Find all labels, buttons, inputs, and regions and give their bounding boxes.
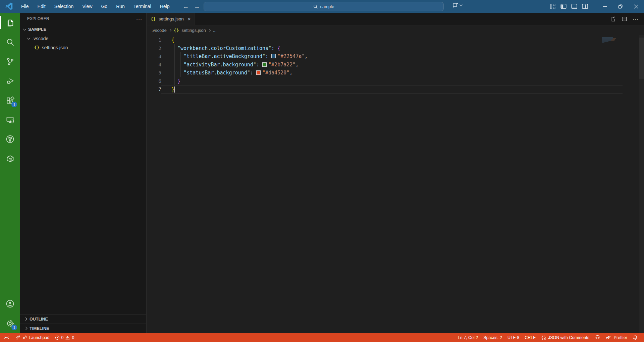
launchpad-status-item[interactable]: Launchpad <box>13 333 52 342</box>
customize-layout-icon[interactable] <box>550 3 556 9</box>
cursor-position-status[interactable]: Ln 7, Col 2 <box>455 333 481 342</box>
chevron-right-icon <box>208 29 211 31</box>
line-content: "titleBar.activeBackground": "#22547a", <box>161 52 623 61</box>
activitybar-search[interactable] <box>0 32 20 52</box>
rocket-icon <box>15 335 20 340</box>
outline-section[interactable]: OUTLINE <box>20 314 146 324</box>
color-swatch[interactable] <box>256 70 261 75</box>
open-settings-ui-icon[interactable] <box>610 16 616 22</box>
timeline-label: TIMELINE <box>30 326 49 331</box>
activitybar-git-graph[interactable] <box>0 129 20 149</box>
activitybar-remote-explorer[interactable] <box>0 110 20 129</box>
code-line-2[interactable]: 2 "workbench.colorCustomizations": { <box>147 44 644 53</box>
warnings-icon <box>65 335 70 340</box>
editor-scrollbar[interactable] <box>639 35 644 333</box>
menu-edit[interactable]: Edit <box>34 2 49 10</box>
menu-file[interactable]: File <box>17 2 33 10</box>
json-file-icon: {} <box>34 45 40 50</box>
folder-label: .vscode <box>32 36 48 41</box>
breadcrumb-folder[interactable]: .vscode <box>152 28 167 33</box>
account-icon <box>5 299 15 308</box>
tab-settings-json[interactable]: {} settings.json × <box>147 13 195 25</box>
activitybar-run-debug[interactable] <box>0 71 20 91</box>
toggle-primary-sidebar-icon[interactable] <box>560 3 567 9</box>
editor-more-actions[interactable]: ··· <box>633 16 639 22</box>
cube-icon <box>6 154 15 163</box>
activitybar-source-control[interactable] <box>0 52 20 71</box>
minimize-button[interactable] <box>597 0 612 13</box>
command-center-search[interactable]: sample <box>204 2 444 11</box>
color-swatch[interactable] <box>262 62 267 67</box>
tree-file-settings-json[interactable]: {} settings.json <box>20 43 146 52</box>
toggle-panel-icon[interactable] <box>571 3 577 9</box>
double-check-icon: ✔✔ <box>606 335 609 340</box>
activitybar-explorer[interactable] <box>0 13 20 32</box>
explorer-more-actions[interactable]: ··· <box>136 16 142 22</box>
code-editor[interactable]: 1{2 "workbench.colorCustomizations": {3 … <box>147 35 644 333</box>
tab-close-icon[interactable]: × <box>188 16 191 22</box>
line-number: 3 <box>147 52 161 61</box>
scrollbar-slider[interactable] <box>639 38 644 78</box>
encoding-status[interactable]: UTF-8 <box>505 333 522 342</box>
outline-label: OUTLINE <box>30 317 48 322</box>
tab-bar: {} settings.json × ··· <box>147 13 644 25</box>
close-window-button[interactable] <box>628 0 644 13</box>
tab-label: settings.json <box>159 16 184 21</box>
menu-go[interactable]: Go <box>97 2 111 10</box>
remote-indicator[interactable]: >< <box>0 333 13 342</box>
code-line-7[interactable]: 7} <box>147 85 644 94</box>
menu-run[interactable]: Run <box>112 2 128 10</box>
sidebar-title: EXPLORER <box>27 16 49 21</box>
navigate-forward-button[interactable]: → <box>194 3 200 10</box>
language-mode-status[interactable]: JSON with Comments <box>538 333 592 342</box>
breadcrumb[interactable]: .vscode {} settings.json ... <box>147 25 644 35</box>
code-line-3[interactable]: 3 "titleBar.activeBackground": "#22547a"… <box>147 52 644 61</box>
tree-folder-vscode[interactable]: .vscode <box>20 34 146 43</box>
indentation-status[interactable]: Spaces: 2 <box>481 333 505 342</box>
warnings-count: 0 <box>72 335 74 340</box>
line-number: 5 <box>147 69 161 77</box>
breadcrumb-file[interactable]: settings.json <box>181 28 206 33</box>
notifications-bell[interactable] <box>630 333 641 342</box>
menu-help[interactable]: Help <box>156 2 173 10</box>
restore-button[interactable] <box>612 0 628 13</box>
search-icon <box>6 38 15 47</box>
close-icon <box>634 4 638 9</box>
copilot-chat-button[interactable] <box>452 2 462 8</box>
line-content: { <box>161 36 623 44</box>
menu-terminal[interactable]: Terminal <box>130 2 155 10</box>
json-file-icon: {} <box>151 16 156 21</box>
code-line-6[interactable]: 6 } <box>147 77 644 86</box>
activitybar-settings[interactable]: 1 <box>0 314 20 333</box>
activitybar-extensions[interactable]: 1 <box>0 91 20 110</box>
eol-status[interactable]: CRLF <box>522 333 538 342</box>
problems-status-item[interactable]: 0 0 <box>52 333 77 342</box>
toggle-secondary-sidebar-icon[interactable] <box>582 3 588 9</box>
circled-fork-icon <box>5 134 15 144</box>
breadcrumb-symbol[interactable]: ... <box>213 28 217 33</box>
line-number: 4 <box>147 61 161 69</box>
remote-monitor-icon <box>6 115 15 124</box>
bell-icon <box>633 335 638 340</box>
formatter-status[interactable]: ✔✔ Prettier <box>603 333 630 342</box>
activitybar-accounts[interactable] <box>0 294 20 314</box>
chevron-down-icon <box>460 3 463 6</box>
color-swatch[interactable] <box>271 54 276 58</box>
menu-view[interactable]: View <box>78 2 96 10</box>
split-editor-icon[interactable] <box>622 16 627 22</box>
files-icon <box>6 18 15 27</box>
line-number: 7 <box>147 85 161 94</box>
copilot-chat-icon <box>452 2 459 8</box>
code-line-5[interactable]: 5 "statusBar.background": "#da4520", <box>147 69 644 77</box>
code-line-1[interactable]: 1{ <box>147 36 644 44</box>
formatter-label: Prettier <box>614 335 627 340</box>
code-line-4[interactable]: 4 "activityBar.background": "#2b7a22", <box>147 61 644 69</box>
tree-root-sample[interactable]: SAMPLE <box>20 25 146 34</box>
menu-selection[interactable]: Selection <box>51 2 77 10</box>
navigate-back-button[interactable]: ← <box>183 3 189 10</box>
activitybar-containers[interactable] <box>0 149 20 168</box>
copilot-status[interactable] <box>592 333 603 342</box>
timeline-section[interactable]: TIMELINE <box>20 324 146 333</box>
line-content: "workbench.colorCustomizations": { <box>161 44 623 53</box>
minimap[interactable] <box>602 38 617 44</box>
